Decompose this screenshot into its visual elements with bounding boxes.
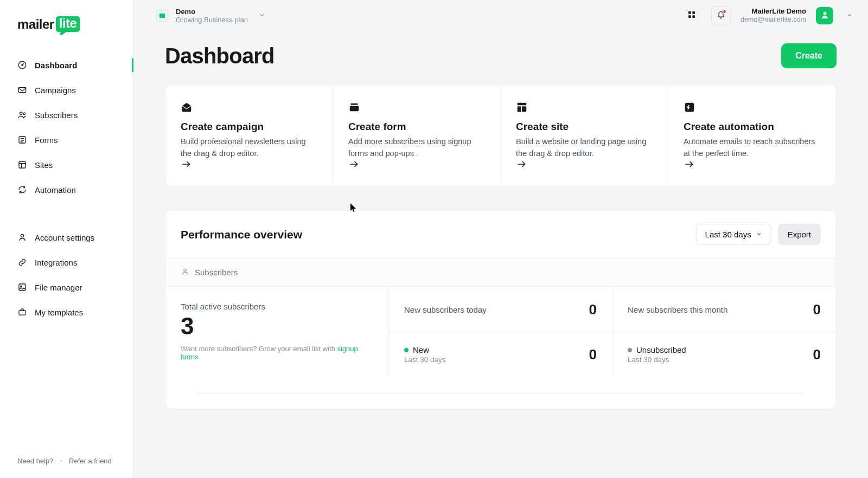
link-icon <box>17 257 27 267</box>
sidebar-item-dashboard[interactable]: Dashboard <box>0 53 133 77</box>
sidebar: mailer lite Dashboard Campaigns Subscr <box>0 0 133 478</box>
brand-text-b: lite <box>56 16 80 32</box>
separator-dot: • <box>60 457 63 465</box>
create-campaign-card[interactable]: Create campaign Build professional newsl… <box>165 85 333 186</box>
main-area: Demo Growing Business plan MailerLite De… <box>133 0 868 478</box>
account-switcher[interactable]: Demo Growing Business plan <box>156 8 265 24</box>
image-icon <box>17 282 27 292</box>
topbar: Demo Growing Business plan MailerLite De… <box>133 0 868 31</box>
notification-badge <box>723 10 726 14</box>
card-title: Create automation <box>684 121 821 133</box>
chevron-down-icon <box>756 230 762 239</box>
svg-rect-10 <box>19 311 25 315</box>
svg-rect-18 <box>518 103 527 106</box>
card-desc: Build professional newsletters using the… <box>181 136 317 160</box>
sidebar-item-subscribers[interactable]: Subscribers <box>0 102 133 127</box>
sidebar-item-file-manager[interactable]: File manager <box>0 275 133 300</box>
sidebar-item-my-templates[interactable]: My templates <box>0 300 133 325</box>
briefcase-icon <box>17 307 27 317</box>
chevron-down-icon <box>259 11 265 21</box>
svg-rect-12 <box>692 11 695 14</box>
create-button[interactable]: Create <box>781 43 837 68</box>
performance-title: Performance overview <box>181 228 302 241</box>
svg-point-1 <box>22 64 23 66</box>
create-form-card[interactable]: Create form Add more subscribers using s… <box>333 85 501 186</box>
svg-rect-11 <box>688 11 691 14</box>
create-site-card[interactable]: Create site Build a website or landing p… <box>501 85 668 186</box>
user-icon <box>17 232 27 242</box>
sidebar-item-label: Dashboard <box>35 61 77 70</box>
svg-point-9 <box>21 286 22 287</box>
create-automation-card[interactable]: Create automation Automate emails to rea… <box>668 85 836 186</box>
stat-value: 3 <box>181 314 373 338</box>
total-subscribers-stat: Total active subscribers 3 Want more sub… <box>165 286 389 376</box>
card-desc: Build a website or landing page using th… <box>516 136 653 160</box>
svg-rect-16 <box>351 104 358 105</box>
stat-label: Unsubscribed <box>636 345 686 354</box>
chevron-down-icon[interactable] <box>846 11 853 21</box>
user-outline-icon <box>181 267 189 277</box>
card-desc: Add more subscribers using signup forms … <box>348 136 485 160</box>
page-title: Dashboard <box>165 44 275 68</box>
card-title: Create form <box>348 121 485 133</box>
sidebar-item-account-settings[interactable]: Account settings <box>0 225 133 250</box>
stat-value: 0 <box>813 346 821 363</box>
svg-rect-2 <box>18 88 26 93</box>
sidebar-item-label: Automation <box>35 185 76 195</box>
layout-grid-icon <box>516 101 528 113</box>
sidebar-item-label: Forms <box>35 135 58 145</box>
subscribers-tab[interactable]: Subscribers <box>165 258 836 286</box>
sidebar-item-label: Integrations <box>35 258 77 267</box>
user-name: MailerLite Demo <box>741 7 806 16</box>
card-desc: Automate emails to reach subscribers at … <box>684 136 821 160</box>
form-icon <box>17 135 27 145</box>
svg-point-22 <box>184 269 187 272</box>
new-30d-stat: New Last 30 days 0 <box>389 333 612 377</box>
sidebar-item-label: Campaigns <box>35 86 76 95</box>
svg-point-7 <box>21 234 23 237</box>
automation-icon <box>684 101 695 113</box>
sidebar-item-forms[interactable]: Forms <box>0 127 133 152</box>
user-avatar-button[interactable] <box>816 7 833 24</box>
arrow-right-icon <box>181 159 192 172</box>
apps-button[interactable] <box>682 6 701 25</box>
main-nav: Dashboard Campaigns Subscribers Forms <box>0 53 133 447</box>
svg-rect-6 <box>19 162 25 168</box>
refer-friend-link[interactable]: Refer a friend <box>69 457 112 465</box>
export-button[interactable]: Export <box>778 224 821 245</box>
stat-value: 0 <box>589 346 597 363</box>
sidebar-item-label: Sites <box>35 160 53 170</box>
stack-icon <box>348 101 360 113</box>
status-dot-green <box>404 348 409 352</box>
stat-label: New subscribers today <box>404 305 487 314</box>
svg-rect-14 <box>692 15 695 18</box>
content: Dashboard Create Create campaign Build p… <box>133 31 868 431</box>
chart-placeholder <box>198 393 803 393</box>
sidebar-item-sites[interactable]: Sites <box>0 152 133 177</box>
svg-point-4 <box>23 113 25 115</box>
tab-label: Subscribers <box>195 268 238 277</box>
stat-label: New subscribers this month <box>628 305 727 314</box>
date-range-dropdown[interactable]: Last 30 days <box>696 224 771 245</box>
brand-logo[interactable]: mailer lite <box>0 0 133 53</box>
sidebar-footer: Need help? • Refer a friend <box>0 447 133 478</box>
sidebar-item-campaigns[interactable]: Campaigns <box>0 77 133 102</box>
stat-sublabel: Last 30 days <box>628 356 686 364</box>
svg-rect-13 <box>688 15 691 18</box>
need-help-link[interactable]: Need help? <box>17 457 54 465</box>
sidebar-item-integrations[interactable]: Integrations <box>0 250 133 275</box>
user-info: MailerLite Demo demo@mailerlite.com <box>741 7 806 24</box>
stat-hint: Want more subscribers? Grow your email l… <box>181 345 373 361</box>
unsub-30d-stat: Unsubscribed Last 30 days 0 <box>612 333 836 377</box>
svg-rect-17 <box>350 106 359 111</box>
sidebar-item-label: File manager <box>35 283 82 292</box>
svg-rect-20 <box>522 106 526 112</box>
quick-create-cards: Create campaign Build professional newsl… <box>165 85 837 186</box>
stat-label: Total active subscribers <box>181 302 373 311</box>
sidebar-item-label: My templates <box>35 308 83 317</box>
sidebar-item-automation[interactable]: Automation <box>0 177 133 202</box>
sidebar-item-label: Subscribers <box>35 111 78 120</box>
sidebar-item-label: Account settings <box>35 233 94 242</box>
date-range-label: Last 30 days <box>705 230 751 239</box>
notifications-button[interactable] <box>711 6 731 25</box>
